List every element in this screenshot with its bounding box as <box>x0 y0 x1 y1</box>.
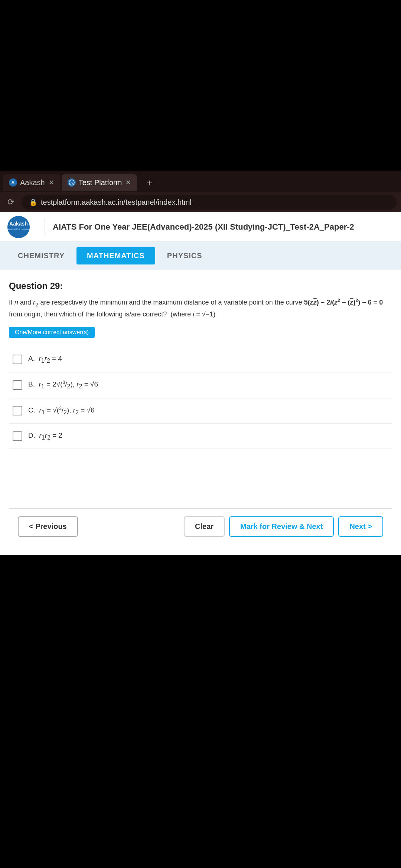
next-button[interactable]: Next > <box>338 516 383 537</box>
tab-close-aakash[interactable]: ✕ <box>49 178 54 187</box>
browser-tab-aakash[interactable]: A Aakash ✕ <box>3 174 60 191</box>
answer-type-badge: One/More correct answer(s) <box>9 327 95 338</box>
header-divider <box>45 218 45 236</box>
tab-label-aakash: Aakash <box>20 178 45 187</box>
app-content: Aakash Medical|IIT-Foundation AIATS For … <box>0 212 401 555</box>
previous-button[interactable]: < Previous <box>18 516 78 537</box>
address-box[interactable]: 🔒 testplatform.aakash.ac.in/testpanel/in… <box>22 195 397 210</box>
secure-icon: 🔒 <box>29 198 37 206</box>
spacer <box>9 449 392 508</box>
question-number: Question 29: <box>9 281 392 291</box>
option-a-item: A. r1r2 = 4 <box>9 347 392 372</box>
option-d-checkbox[interactable] <box>13 431 22 441</box>
footer-nav: < Previous Clear Mark for Review & Next … <box>9 509 392 544</box>
question-text: If n and r2 are respectively the minimum… <box>9 297 392 319</box>
browser-tab-testplatform[interactable]: A Test Platform ✕ <box>62 174 137 191</box>
svg-text:Medical|IIT-Foundation: Medical|IIT-Foundation <box>8 228 29 230</box>
mark-review-button[interactable]: Mark for Review & Next <box>229 516 334 537</box>
app-header: Aakash Medical|IIT-Foundation AIATS For … <box>0 212 401 242</box>
svg-text:Aakash: Aakash <box>9 221 28 227</box>
option-c-text: C. r1 = √(3/2), r2 = √6 <box>28 406 95 416</box>
option-b-text: B. r1 = 2√(3/2), r2 = √6 <box>28 380 98 390</box>
options-list: A. r1r2 = 4 B. r1 = 2√(3/2), r2 = √6 C. … <box>9 347 392 448</box>
option-d-item: D. r1r2 = 2 <box>9 424 392 449</box>
option-b-checkbox[interactable] <box>13 380 22 390</box>
svg-text:A: A <box>70 181 73 185</box>
subject-tabs-bar: CHEMISTRY MATHEMATICS PHYSICS <box>0 242 401 270</box>
aakash-logo: Aakash Medical|IIT-Foundation <box>7 216 30 238</box>
footer-right-buttons: Clear Mark for Review & Next Next > <box>184 516 383 537</box>
svg-point-2 <box>9 217 29 237</box>
tab-chemistry[interactable]: CHEMISTRY <box>7 247 75 264</box>
option-c-item: C. r1 = √(3/2), r2 = √6 <box>9 398 392 424</box>
tab-mathematics[interactable]: MATHEMATICS <box>76 247 155 264</box>
question-area: Question 29: If n and r2 are respectivel… <box>0 270 401 555</box>
tab-label-testplatform: Test Platform <box>79 178 122 187</box>
browser-chrome: A Aakash ✕ A Test Platform ✕ ＋ ⟳ 🔒 testp… <box>0 171 401 212</box>
exam-title: AIATS For One Year JEE(Advanced)-2025 (X… <box>53 222 354 232</box>
browser-address-bar: ⟳ 🔒 testplatform.aakash.ac.in/testpanel/… <box>0 192 401 212</box>
logo-circle: Aakash Medical|IIT-Foundation <box>7 216 30 238</box>
tab-physics[interactable]: PHYSICS <box>157 247 213 264</box>
black-bottom-area <box>0 555 401 837</box>
option-a-checkbox[interactable] <box>13 355 22 364</box>
address-text: testplatform.aakash.ac.in/testpanel/inde… <box>41 198 192 207</box>
option-a-text: A. r1r2 = 4 <box>28 355 62 364</box>
option-b-item: B. r1 = 2√(3/2), r2 = √6 <box>9 372 392 398</box>
tab-favicon-testplatform: A <box>68 178 76 187</box>
browser-tabs-bar: A Aakash ✕ A Test Platform ✕ ＋ <box>0 171 401 192</box>
reload-button[interactable]: ⟳ <box>4 196 17 208</box>
tab-favicon-aakash: A <box>9 178 17 187</box>
clear-button[interactable]: Clear <box>184 516 225 537</box>
new-tab-button[interactable]: ＋ <box>141 175 158 190</box>
black-top-area <box>0 0 401 171</box>
tab-close-testplatform[interactable]: ✕ <box>125 178 131 187</box>
option-c-checkbox[interactable] <box>13 406 22 415</box>
option-d-text: D. r1r2 = 2 <box>28 431 62 441</box>
